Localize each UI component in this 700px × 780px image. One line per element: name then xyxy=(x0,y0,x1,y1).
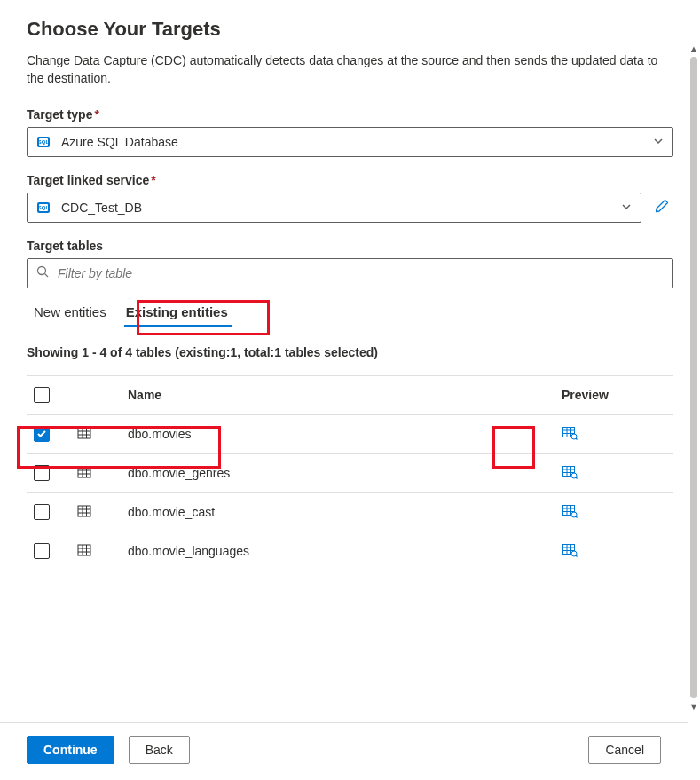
svg-line-43 xyxy=(576,516,578,518)
entity-tabs: New entities Existing entities xyxy=(27,295,673,327)
chevron-down-icon xyxy=(621,201,632,215)
preview-icon[interactable] xyxy=(562,508,578,522)
search-icon xyxy=(36,265,49,280)
scroll-up-icon[interactable]: ▲ xyxy=(689,43,699,55)
edit-linked-service-icon[interactable] xyxy=(650,194,673,220)
tables-list: Name Preview dbo.movies dbo.movie_genres… xyxy=(27,375,673,571)
svg-line-19 xyxy=(576,438,578,440)
column-header-preview: Preview xyxy=(558,388,673,402)
filter-input-wrapper[interactable] xyxy=(27,258,673,288)
preview-icon[interactable] xyxy=(562,429,578,444)
scroll-down-icon[interactable]: ▼ xyxy=(689,700,699,713)
cancel-button[interactable]: Cancel xyxy=(588,736,661,764)
row-name: dbo.movie_languages xyxy=(126,544,558,558)
linked-service-label: Target linked service* xyxy=(27,173,673,187)
row-checkbox[interactable] xyxy=(34,465,50,481)
page-description: Change Data Capture (CDC) automatically … xyxy=(27,51,673,88)
filter-input[interactable] xyxy=(56,265,664,281)
svg-rect-8 xyxy=(78,428,90,438)
scroll-thumb[interactable] xyxy=(690,57,697,698)
table-icon xyxy=(76,547,92,561)
row-checkbox[interactable] xyxy=(34,426,50,442)
table-summary: Showing 1 - 4 of 4 tables (existing:1, t… xyxy=(27,345,673,359)
tab-new-entities[interactable]: New entities xyxy=(27,295,119,327)
row-checkbox[interactable] xyxy=(34,504,50,520)
linked-service-dropdown[interactable]: SQL CDC_Test_DB xyxy=(27,193,641,223)
svg-line-55 xyxy=(576,555,578,557)
table-row: dbo.movie_languages xyxy=(27,532,673,571)
select-all-checkbox[interactable] xyxy=(34,387,50,403)
preview-icon[interactable] xyxy=(562,469,578,483)
svg-text:SQL: SQL xyxy=(38,205,50,210)
table-row: dbo.movie_genres xyxy=(27,454,673,493)
target-type-dropdown[interactable]: SQL Azure SQL Database xyxy=(27,127,673,157)
chevron-down-icon xyxy=(653,135,664,149)
svg-rect-32 xyxy=(78,506,90,516)
target-tables-label: Target tables xyxy=(27,239,673,253)
svg-line-7 xyxy=(45,274,49,278)
table-row: dbo.movie_cast xyxy=(27,493,673,532)
back-button[interactable]: Back xyxy=(129,736,190,764)
svg-text:SQL: SQL xyxy=(38,139,50,145)
page-title: Choose Your Targets xyxy=(27,18,673,41)
tab-existing-entities[interactable]: Existing entities xyxy=(119,295,240,327)
column-header-name: Name xyxy=(126,388,558,402)
preview-icon[interactable] xyxy=(562,547,578,561)
scrollbar[interactable]: ▲ ▼ xyxy=(688,43,700,713)
svg-rect-20 xyxy=(78,467,90,477)
target-type-label: Target type* xyxy=(27,107,673,122)
linked-service-value: CDC_Test_DB xyxy=(61,201,621,215)
table-icon xyxy=(76,508,92,522)
svg-line-31 xyxy=(576,477,578,479)
row-name: dbo.movie_genres xyxy=(126,466,558,480)
sql-database-icon: SQL xyxy=(36,201,51,215)
continue-button[interactable]: Continue xyxy=(27,736,114,764)
table-row: dbo.movies xyxy=(27,415,673,454)
row-checkbox[interactable] xyxy=(34,543,50,559)
row-name: dbo.movies xyxy=(126,427,558,441)
svg-rect-44 xyxy=(78,545,90,555)
table-icon xyxy=(76,469,92,483)
row-name: dbo.movie_cast xyxy=(126,505,558,519)
svg-point-6 xyxy=(38,267,46,275)
table-icon xyxy=(76,429,92,444)
sql-database-icon: SQL xyxy=(36,135,51,149)
target-type-value: Azure SQL Database xyxy=(61,135,653,149)
